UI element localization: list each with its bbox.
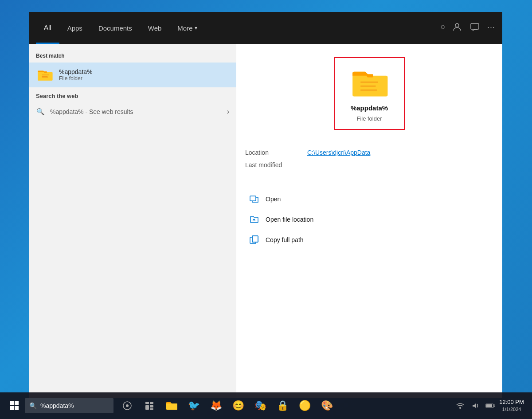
tab-documents[interactable]: Documents <box>90 12 140 44</box>
location-row: Location C:\Users\djcri\AppData <box>245 146 493 159</box>
web-search-item[interactable]: 🔍 %appdata% - See web results › <box>29 101 236 122</box>
tray-network-icon[interactable] <box>453 395 467 416</box>
svg-rect-20 <box>150 405 153 407</box>
nav-bar: All Apps Documents Web More 0 <box>29 12 502 44</box>
svg-rect-13 <box>252 236 258 242</box>
right-info: Location C:\Users\djcri\AppData Last mod… <box>236 139 502 178</box>
best-match-label: Best match <box>29 51 236 63</box>
search-panel: All Apps Documents Web More 0 <box>29 12 502 398</box>
open-file-location-icon <box>249 214 259 225</box>
tab-apps[interactable]: Apps <box>59 12 90 44</box>
taskbar-app-vlc[interactable]: 🟡 <box>294 395 315 416</box>
action-copy-full-path[interactable]: Copy full path <box>245 230 493 250</box>
location-label: Location <box>245 149 298 156</box>
tab-web[interactable]: Web <box>140 12 170 44</box>
svg-rect-10 <box>250 196 256 201</box>
taskbar-app-palette[interactable]: 🎨 <box>317 395 337 416</box>
svg-rect-17 <box>145 402 149 404</box>
nav-more-icon[interactable]: ··· <box>487 23 495 32</box>
svg-rect-6 <box>367 74 373 77</box>
right-panel: %appdata% File folder Location C:\Users\… <box>236 44 502 398</box>
taskbar-search-text: %appdata% <box>40 402 74 409</box>
tab-more[interactable]: More <box>169 12 205 44</box>
result-title: %appdata% <box>59 68 93 75</box>
last-modified-label: Last modified <box>245 161 298 168</box>
copy-icon <box>249 235 259 245</box>
taskbar-search-box[interactable]: 🔍 %appdata% <box>25 398 113 413</box>
folder-preview: %appdata% File folder <box>334 57 405 130</box>
action-copy-full-path-label: Copy full path <box>266 236 304 243</box>
result-subtitle: File folder <box>59 75 93 82</box>
tray-icons: 12:00 PM 1/1/2024 <box>453 395 528 416</box>
taskbar-widgets[interactable] <box>139 395 160 416</box>
action-open[interactable]: Open <box>245 189 493 209</box>
svg-rect-19 <box>145 405 149 410</box>
svg-point-0 <box>455 23 459 27</box>
nav-badge: 0 <box>441 23 445 31</box>
last-modified-row: Last modified <box>245 159 493 171</box>
taskbar-app-firefox[interactable]: 🦊 <box>206 395 226 416</box>
action-open-file-location[interactable]: Open file location <box>245 210 493 229</box>
taskbar-app-lock[interactable]: 🔒 <box>272 395 293 416</box>
tab-all[interactable]: All <box>36 12 59 44</box>
result-text: %appdata% File folder <box>59 68 93 82</box>
location-value[interactable]: C:\Users\djcri\AppData <box>307 149 370 156</box>
result-appdata[interactable]: %appdata% File folder <box>29 63 236 87</box>
folder-icon-large <box>349 65 389 101</box>
divider-2 <box>245 182 493 182</box>
right-top: %appdata% File folder <box>236 44 502 139</box>
arrow-right-icon: › <box>227 108 229 116</box>
nav-feedback-icon[interactable] <box>469 22 480 32</box>
tray-battery-icon[interactable] <box>483 395 497 416</box>
action-open-file-location-label: Open file location <box>266 216 313 223</box>
left-panel: Best match %appdata% File folder Sea <box>29 44 236 398</box>
action-open-label: Open <box>266 196 281 203</box>
taskbar-app-face[interactable]: 😊 <box>228 395 248 416</box>
taskbar: 🔍 %appdata% 🐦 🦊 <box>0 392 532 419</box>
taskbar-icons: 🐦 🦊 😊 🎭 🔒 🟡 🎨 <box>117 395 337 416</box>
start-button[interactable] <box>4 395 25 416</box>
taskbar-app-bird[interactable]: 🐦 <box>184 395 204 416</box>
taskbar-app-theater[interactable]: 🎭 <box>250 395 270 416</box>
nav-account-icon[interactable] <box>452 22 462 32</box>
svg-point-16 <box>126 404 129 407</box>
folder-name: %appdata% <box>351 104 388 112</box>
svg-rect-21 <box>150 408 153 410</box>
right-actions: Open Open file location <box>236 186 502 253</box>
tray-volume-icon[interactable] <box>468 395 482 416</box>
svg-rect-2 <box>44 71 47 73</box>
tray-clock[interactable]: 12:00 PM 1/1/2024 <box>498 395 525 416</box>
taskbar-task-view[interactable] <box>117 395 137 416</box>
taskbar-search-icon: 🔍 <box>29 402 37 409</box>
search-icon: 🔍 <box>36 107 45 116</box>
content-area: Best match %appdata% File folder Sea <box>29 44 502 398</box>
svg-rect-18 <box>150 402 153 404</box>
open-icon <box>249 194 259 204</box>
folder-icon-small <box>36 68 54 82</box>
svg-rect-24 <box>486 404 492 407</box>
svg-point-22 <box>459 407 461 409</box>
web-section-label: Search the web <box>29 87 236 101</box>
folder-type: File folder <box>356 115 382 122</box>
web-search-text: %appdata% - See web results <box>50 108 222 115</box>
taskbar-file-explorer[interactable] <box>161 395 182 416</box>
nav-right: 0 ··· <box>441 12 495 44</box>
svg-rect-1 <box>471 23 479 29</box>
windows-logo-icon <box>10 401 19 410</box>
nav-tabs: All Apps Documents Web More <box>36 12 441 44</box>
